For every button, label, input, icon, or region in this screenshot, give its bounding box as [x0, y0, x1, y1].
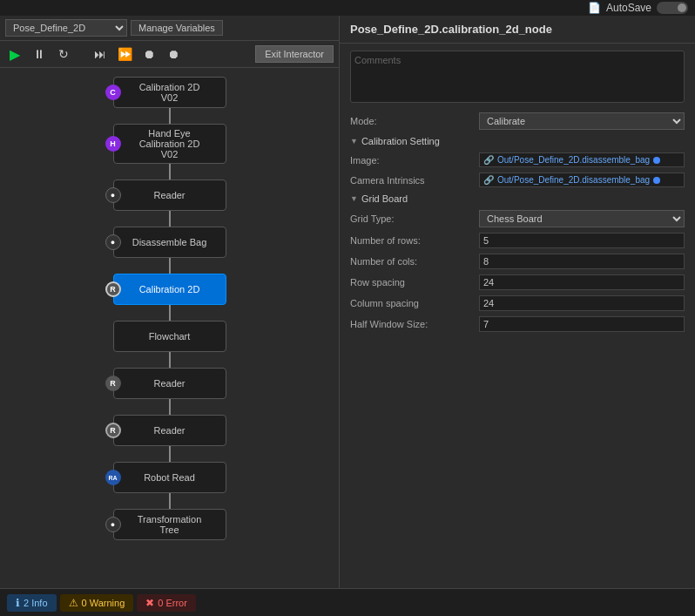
camera-intrinsics-row: Camera Intrinsics 🔗 Out/Pose_Define_2D.d…	[340, 170, 695, 190]
col-spacing-label: Column spacing	[350, 298, 472, 308]
grid-type-label: Grid Type:	[350, 213, 472, 224]
pause-button[interactable]: ⏸	[30, 44, 49, 64]
fast-forward-button[interactable]: ⏩	[115, 44, 134, 64]
error-status-button[interactable]: ✖ 0 Error	[137, 594, 196, 612]
camera-intrinsics-label: Camera Intrinsics	[350, 175, 472, 186]
mode-row: Mode: Calibrate	[340, 110, 695, 132]
step-forward-button[interactable]: ⏭	[91, 44, 110, 64]
node-flowchart: Flowchart	[113, 321, 226, 368]
node-icon-hand-eye: H	[105, 136, 121, 152]
node-transformation-tree: ● TransformationTree	[113, 509, 226, 540]
node-calibration-2d: R Calibration 2D	[113, 274, 226, 321]
arrow	[169, 493, 171, 509]
image-label: Image:	[350, 155, 472, 166]
node-box-reader2[interactable]: R Reader	[113, 368, 226, 399]
node-reader2: R Reader	[113, 368, 226, 415]
node-box-calibration-v02[interactable]: C Calibration 2DV02	[113, 77, 226, 108]
record-button[interactable]: ⏺	[164, 44, 183, 64]
row-spacing-row: Row spacing	[340, 272, 695, 293]
node-calibration-v02: C Calibration 2DV02	[113, 77, 226, 124]
info-status-button[interactable]: ℹ 2 Info	[7, 594, 57, 612]
node-box-reader3[interactable]: R Reader	[113, 415, 226, 446]
node-box-transformation-tree[interactable]: ● TransformationTree	[113, 509, 226, 540]
row-spacing-input[interactable]	[479, 274, 685, 290]
exit-interactor-button[interactable]: Exit Interactor	[255, 45, 334, 63]
col-spacing-row: Column spacing	[340, 293, 695, 314]
node-box-robot-read[interactable]: RA Robot Read	[113, 462, 226, 493]
step-button[interactable]: ⏺	[139, 44, 159, 64]
autosave-toggle[interactable]	[657, 2, 688, 14]
workflow-canvas: C Calibration 2DV02 H Hand EyeCalibratio…	[0, 68, 339, 588]
node-box-flowchart[interactable]: Flowchart	[113, 321, 226, 352]
play-button[interactable]: ▶	[5, 44, 24, 64]
arrow	[169, 108, 171, 124]
half-window-row: Half Window Size:	[340, 314, 695, 335]
info-label: 2 Info	[24, 598, 48, 608]
play-controls: ▶ ⏸ ↻ ⏭ ⏩ ⏺ ⏺ Exit Interactor	[0, 41, 339, 68]
refresh-button[interactable]: ↻	[54, 44, 73, 64]
node-reader1: ● Reader	[113, 179, 226, 227]
error-label: 0 Error	[158, 598, 187, 608]
grid-type-select[interactable]: Chess Board	[479, 210, 685, 227]
top-bar: 📄 AutoSave	[0, 0, 695, 16]
manage-variables-button[interactable]: Manage Variables	[131, 20, 223, 36]
link-dot	[653, 157, 660, 164]
num-cols-row: Number of cols:	[340, 251, 695, 272]
num-rows-input[interactable]	[479, 233, 685, 248]
node-icon-transformation-tree: ●	[105, 517, 121, 532]
status-bar: ℹ 2 Info ⚠ 0 Warning ✖ 0 Error	[0, 588, 695, 616]
node-icon-calibration-v02: C	[105, 85, 121, 100]
node-box-reader1[interactable]: ● Reader	[113, 179, 226, 211]
row-spacing-label: Row spacing	[350, 277, 472, 288]
node-box-hand-eye[interactable]: H Hand EyeCalibration 2DV02	[113, 124, 226, 164]
node-hand-eye: H Hand EyeCalibration 2DV02	[113, 124, 226, 179]
calibration-setting-label: Calibration Setting	[361, 136, 440, 146]
node-icon-calibration-2d: R	[105, 281, 121, 297]
arrow	[169, 211, 171, 227]
link-icon: 🔗	[483, 155, 494, 165]
link-dot2	[653, 177, 660, 184]
page-title: Pose_Define_2D.calibration_2d_node	[350, 23, 552, 36]
node-icon-disassemble-bag: ●	[105, 234, 121, 250]
node-icon-reader2: R	[105, 376, 121, 391]
arrow	[169, 352, 171, 368]
error-icon: ✖	[145, 597, 154, 609]
camera-intrinsics-value[interactable]: 🔗 Out/Pose_Define_2D.disassemble_bag	[479, 173, 685, 187]
triangle-icon2: ▼	[350, 194, 358, 203]
comments-placeholder: Comments	[354, 55, 401, 65]
image-value[interactable]: 🔗 Out/Pose_Define_2D.disassemble_bag	[479, 152, 685, 167]
image-row: Image: 🔗 Out/Pose_Define_2D.disassemble_…	[340, 150, 695, 170]
half-window-input[interactable]	[479, 316, 685, 332]
node-icon-reader1: ●	[105, 187, 121, 203]
workflow-dropdown[interactable]: Pose_Define_2D	[5, 19, 127, 37]
col-spacing-input[interactable]	[479, 295, 685, 311]
file-icon: 📄	[588, 2, 601, 14]
left-panel: Pose_Define_2D Manage Variables ▶ ⏸ ↻ ⏭ …	[0, 16, 340, 588]
node-box-calibration-2d[interactable]: R Calibration 2D	[113, 274, 226, 305]
info-icon: ℹ	[16, 597, 20, 609]
grid-type-row: Grid Type: Chess Board	[340, 207, 695, 230]
mode-label: Mode:	[350, 116, 472, 126]
warning-status-button[interactable]: ⚠ 0 Warning	[60, 594, 134, 612]
node-box-disassemble-bag[interactable]: ● Disassemble Bag	[113, 227, 226, 258]
warning-label: 0 Warning	[82, 598, 125, 608]
grid-board-label: Grid Board	[361, 193, 408, 204]
node-robot-read: RA Robot Read	[113, 462, 226, 509]
mode-select[interactable]: Calibrate	[479, 112, 685, 130]
left-toolbar: Pose_Define_2D Manage Variables	[0, 16, 339, 41]
arrow	[169, 258, 171, 274]
grid-board-section[interactable]: ▼ Grid Board	[340, 190, 695, 207]
num-rows-label: Number of rows:	[350, 235, 472, 246]
half-window-label: Half Window Size:	[350, 319, 472, 329]
node-icon-reader3: R	[105, 423, 121, 438]
arrow	[169, 164, 171, 179]
autosave-label: AutoSave	[606, 2, 651, 14]
num-cols-input[interactable]	[479, 254, 685, 269]
calibration-setting-section[interactable]: ▼ Calibration Setting	[340, 132, 695, 150]
node-icon-robot-read: RA	[105, 470, 121, 485]
link-icon2: 🔗	[483, 175, 494, 185]
comments-area[interactable]: Comments	[350, 51, 685, 103]
warning-icon: ⚠	[69, 597, 78, 609]
right-panel: Pose_Define_2D.calibration_2d_node Comme…	[340, 16, 695, 588]
num-cols-label: Number of cols:	[350, 256, 472, 267]
